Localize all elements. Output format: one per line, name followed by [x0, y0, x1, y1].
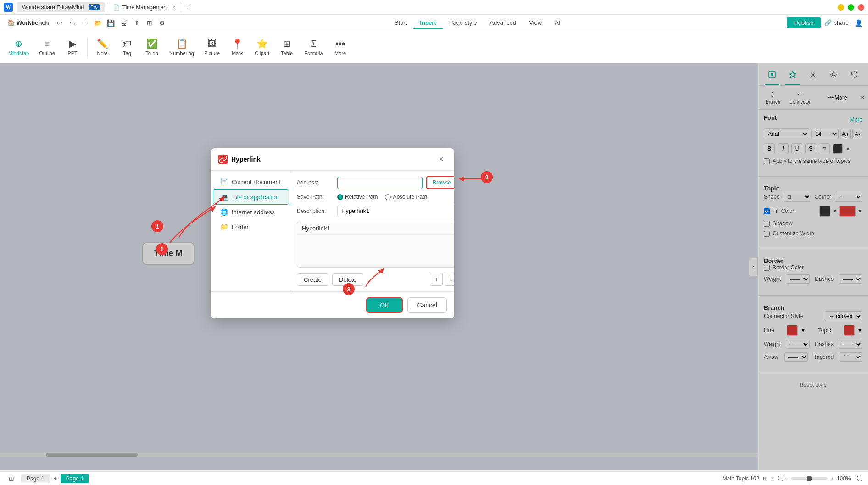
internet-label: Internet address	[232, 209, 275, 216]
redo-button[interactable]: ↪	[67, 17, 78, 29]
browse-button[interactable]: Browse	[426, 176, 454, 189]
current-doc-icon: 📄	[220, 178, 228, 185]
toolbar-picture[interactable]: 🖼 Picture	[200, 36, 224, 59]
doc-tab-icon: 📄	[113, 4, 120, 11]
page-tab-1[interactable]: Page-1	[21, 474, 50, 483]
toolbar-outline[interactable]: ≡ Outline	[34, 36, 60, 59]
formula-label: Formula	[304, 50, 323, 56]
hyperlink-dialog: Hyperlink × 📄 Current Document 💻 File or…	[211, 148, 454, 318]
maximize-button[interactable]	[848, 4, 854, 11]
fit-width-icon[interactable]: ⊞	[763, 475, 768, 482]
toolbar-tag[interactable]: 🏷 Tag	[115, 36, 139, 59]
move-up-button[interactable]: ↑	[430, 273, 443, 286]
absolute-path-radio[interactable]	[385, 194, 391, 200]
zoom-in-button[interactable]: +	[830, 475, 834, 482]
hyperlink-list-item[interactable]: Hyperlink1	[297, 222, 454, 235]
toolbar-more[interactable]: ••• More	[328, 36, 352, 59]
settings-button[interactable]: ⚙	[156, 17, 168, 29]
share-button[interactable]: 🔗 share	[824, 19, 849, 26]
nav-current-doc[interactable]: 📄 Current Document	[213, 174, 289, 189]
save-button[interactable]: 💾	[105, 17, 117, 29]
export-button[interactable]: ⬆	[131, 17, 143, 29]
absolute-path-label: Absolute Path	[393, 194, 427, 200]
toolbar-note[interactable]: ✏️ Note	[90, 35, 114, 59]
absolute-path-option[interactable]: Absolute Path	[385, 194, 427, 200]
account-button[interactable]: 👤	[852, 17, 864, 29]
minimize-button[interactable]	[838, 4, 844, 11]
ppt-icon: ▶	[69, 38, 76, 49]
status-left: ⊞ Page-1 + Page-1	[6, 473, 89, 485]
doc-tab-close[interactable]: ×	[172, 5, 175, 10]
nav-view[interactable]: View	[523, 17, 548, 29]
full-screen-icon[interactable]: ⛶	[778, 475, 783, 482]
dialog-close-button[interactable]: ×	[436, 154, 447, 165]
relative-path-option[interactable]: Relative Path	[337, 194, 378, 200]
relative-path-radio[interactable]	[337, 194, 343, 200]
doc-tab[interactable]: 📄 Time Management ×	[107, 2, 181, 12]
file-app-label: File or application	[232, 194, 279, 201]
address-input[interactable]	[337, 177, 423, 189]
pages-panel-button[interactable]: ⊞	[6, 473, 17, 485]
nav-ai[interactable]: AI	[548, 17, 567, 29]
nav-folder[interactable]: 📁 Folder	[213, 219, 289, 234]
nav-start[interactable]: Start	[388, 17, 413, 29]
add-tab-button[interactable]: +	[183, 3, 192, 12]
todo-label: To-do	[145, 50, 158, 56]
move-down-button[interactable]: ↓	[445, 273, 454, 286]
more-toolbar-label: More	[334, 50, 346, 56]
app-tab[interactable]: Wondershare EdrawMind Pro	[17, 2, 105, 12]
zoom-out-button[interactable]: -	[786, 475, 788, 482]
dialog-header: Hyperlink ×	[211, 148, 454, 171]
nav-internet[interactable]: 🌐 Internet address	[213, 205, 289, 219]
window-controls	[838, 4, 864, 11]
ok-button[interactable]: OK	[366, 297, 403, 313]
nav-file-or-app[interactable]: 💻 File or application	[213, 189, 289, 205]
zoom-controls: ⊞ ⊡ ⛶ - + 100% ⛶	[763, 475, 862, 482]
mark-icon: 📍	[232, 38, 243, 49]
mindmap-label: MindMap	[8, 50, 29, 56]
more-actions-button[interactable]: ⊞	[144, 17, 156, 29]
fit-screen-button[interactable]: ⛶	[857, 475, 862, 482]
zoom-slider[interactable]	[791, 477, 828, 480]
close-button[interactable]	[858, 4, 864, 11]
ppt-label: PPT	[67, 50, 77, 56]
toolbar-mindmap[interactable]: ⊕ MindMap	[4, 35, 33, 59]
zoom-level: 100%	[837, 475, 854, 482]
nav-page-style[interactable]: Page style	[443, 17, 484, 29]
add-page-button[interactable]: +	[54, 475, 57, 482]
toolbar-todo[interactable]: ✅ To-do	[140, 35, 164, 59]
toolbar-mark[interactable]: 📍 Mark	[225, 35, 249, 59]
cancel-button[interactable]: Cancel	[407, 297, 447, 313]
undo-button[interactable]: ↩	[54, 17, 66, 29]
description-input[interactable]	[337, 205, 454, 217]
toolbar-numbering[interactable]: 📋 Numbering	[165, 35, 199, 59]
toolbar-ppt[interactable]: ▶ PPT	[61, 35, 84, 59]
print-button[interactable]: 🖨	[118, 17, 130, 29]
nav-advanced[interactable]: Advanced	[483, 17, 523, 29]
publish-button[interactable]: Publish	[787, 17, 821, 28]
create-button[interactable]: Create	[297, 273, 328, 286]
outline-label: Outline	[39, 50, 55, 56]
toolbar-formula[interactable]: Σ Formula	[300, 36, 327, 59]
step1-badge: 1	[151, 220, 163, 232]
toolbar-table[interactable]: ⊞ Table	[275, 35, 299, 59]
description-row: Description:	[297, 205, 454, 217]
app-tab-label: Wondershare EdrawMind	[22, 4, 84, 11]
workbench-area: 🏠 Workbench	[4, 19, 53, 26]
nav-insert[interactable]: Insert	[413, 17, 442, 29]
dialog-body: 📄 Current Document 💻 File or application…	[211, 171, 454, 291]
current-doc-label: Current Document	[232, 178, 280, 185]
folder-icon: 📁	[220, 223, 228, 230]
more-toolbar-icon: •••	[335, 39, 345, 49]
open-button[interactable]: 📂	[92, 17, 104, 29]
fit-page-icon[interactable]: ⊡	[770, 475, 775, 482]
address-row: Address: Browse	[297, 176, 454, 189]
toolbar-actions: ↩ ↪ + 📂 💾 🖨 ⬆ ⊞ ⚙	[54, 17, 168, 29]
toolbar-clipart[interactable]: ⭐ Clipart	[250, 35, 274, 59]
address-label: Address:	[297, 179, 334, 186]
active-page-tab[interactable]: Page-1	[61, 474, 89, 483]
todo-icon: ✅	[146, 38, 158, 49]
new-button[interactable]: +	[79, 17, 91, 29]
dialog-actions: Create Delete ↑ ↓	[297, 271, 454, 286]
save-path-options: Relative Path Absolute Path	[337, 194, 427, 200]
